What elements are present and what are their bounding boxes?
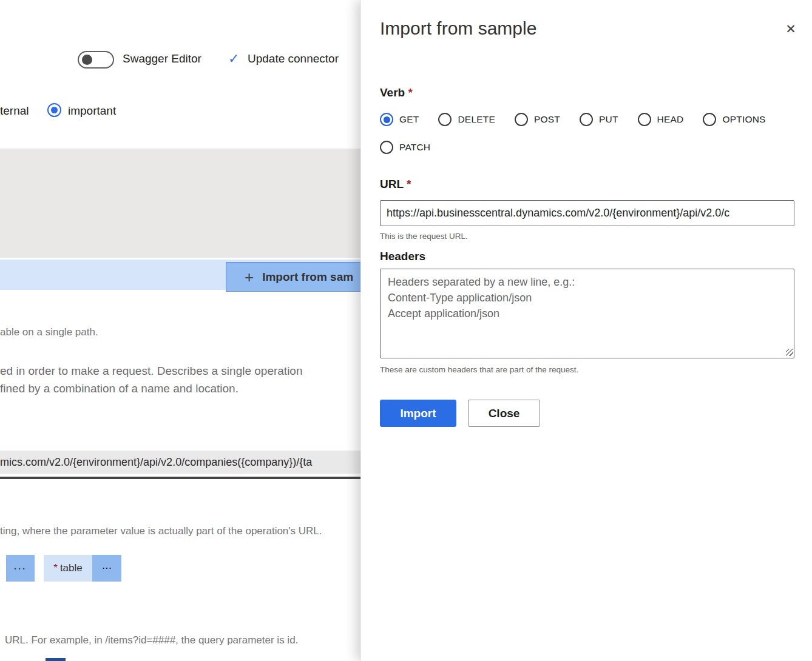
close-icon[interactable]: ✕ — [781, 19, 800, 39]
url-help-text: This is the request URL. — [380, 232, 468, 241]
verb-radio-head[interactable]: HEAD — [638, 113, 684, 126]
ellipsis-icon: ··· — [102, 563, 112, 574]
radio-icon — [638, 113, 651, 126]
import-from-sample-panel: Import from sample ✕ Verb * GET DELETE P… — [360, 0, 812, 661]
table-parameter-label: * table — [44, 555, 92, 582]
url-input[interactable] — [380, 200, 794, 226]
swagger-editor-toggle[interactable] — [78, 51, 114, 69]
import-from-sample-button-label: Import from sam — [262, 270, 353, 284]
radio-icon — [380, 141, 393, 154]
parameter-chip-menu-button[interactable]: ··· — [6, 555, 35, 582]
radio-icon — [515, 113, 528, 126]
close-button[interactable]: Close — [468, 400, 540, 427]
import-button[interactable]: Import — [380, 400, 456, 427]
verb-option-label: GET — [399, 114, 419, 125]
path-parameter-text: ting, where the parameter value is actua… — [0, 525, 322, 537]
verb-field-label: Verb * — [380, 86, 413, 99]
headers-help-text: These are custom headers that are part o… — [380, 365, 578, 374]
important-radio-label: important — [68, 104, 116, 118]
verb-radio-group: GET DELETE POST PUT HEAD OPTIONS PATCH — [380, 113, 805, 154]
table-parameter-menu-button[interactable]: ··· — [92, 555, 121, 582]
plus-icon: + — [245, 269, 254, 285]
required-asterisk: * — [407, 178, 411, 190]
table-parameter-text: table — [60, 562, 83, 574]
table-parameter-chip[interactable]: * table ··· — [44, 555, 121, 582]
verb-radio-post[interactable]: POST — [515, 113, 560, 126]
verb-radio-get[interactable]: GET — [380, 113, 419, 126]
ellipsis-icon: ··· — [14, 564, 27, 573]
operation-description-text: ed in order to make a request. Describes… — [0, 362, 360, 397]
radio-icon — [438, 113, 452, 126]
verb-option-label: PUT — [599, 114, 618, 125]
url-label-text: URL — [380, 178, 404, 190]
headers-textarea[interactable] — [380, 269, 794, 358]
section-divider — [0, 477, 360, 479]
cut-off-button — [46, 658, 66, 661]
swagger-editor-toggle-label: Swagger Editor — [123, 52, 201, 65]
panel-title: Import from sample — [380, 18, 536, 39]
headers-field-label: Headers — [380, 250, 425, 263]
background-page: Swagger Editor ✓ Update connector ternal… — [0, 0, 360, 661]
update-connector-link[interactable]: Update connector — [248, 52, 339, 65]
verb-radio-delete[interactable]: DELETE — [438, 113, 495, 126]
description-line-1: ed in order to make a request. Describes… — [0, 362, 360, 380]
verb-option-label: OPTIONS — [722, 114, 765, 125]
radio-icon — [380, 113, 393, 126]
query-parameter-text: URL. For example, in /items?id=####, the… — [5, 634, 298, 646]
verb-radio-options[interactable]: OPTIONS — [703, 113, 765, 126]
check-icon: ✓ — [228, 51, 239, 67]
radio-icon — [703, 113, 716, 126]
verb-radio-patch[interactable]: PATCH — [380, 141, 805, 154]
required-asterisk: * — [408, 86, 412, 99]
verb-option-label: POST — [534, 114, 560, 125]
radio-icon — [580, 113, 593, 126]
toggle-knob-icon — [82, 55, 92, 65]
verb-label-text: Verb — [380, 86, 405, 99]
resize-handle-icon[interactable] — [786, 349, 793, 356]
url-field-label: URL * — [380, 178, 411, 191]
operation-description-box: ed in order to make a request. Describes… — [0, 149, 360, 258]
single-path-text: able on a single path. — [0, 326, 98, 338]
important-radio[interactable] — [47, 103, 61, 117]
operation-url-bar: mics.com/v2.0/{environment}/api/v2.0/com… — [0, 451, 360, 474]
operation-url-text: mics.com/v2.0/{environment}/api/v2.0/com… — [0, 456, 312, 469]
description-line-2: fined by a combination of a name and loc… — [0, 380, 360, 397]
required-asterisk: * — [53, 562, 58, 574]
verb-option-label: PATCH — [399, 142, 430, 153]
verb-radio-put[interactable]: PUT — [580, 113, 618, 126]
verb-option-label: HEAD — [657, 114, 684, 125]
cut-radio-label: ternal — [0, 104, 29, 118]
verb-option-label: DELETE — [458, 114, 495, 125]
import-from-sample-button[interactable]: + Import from sam — [226, 262, 360, 292]
